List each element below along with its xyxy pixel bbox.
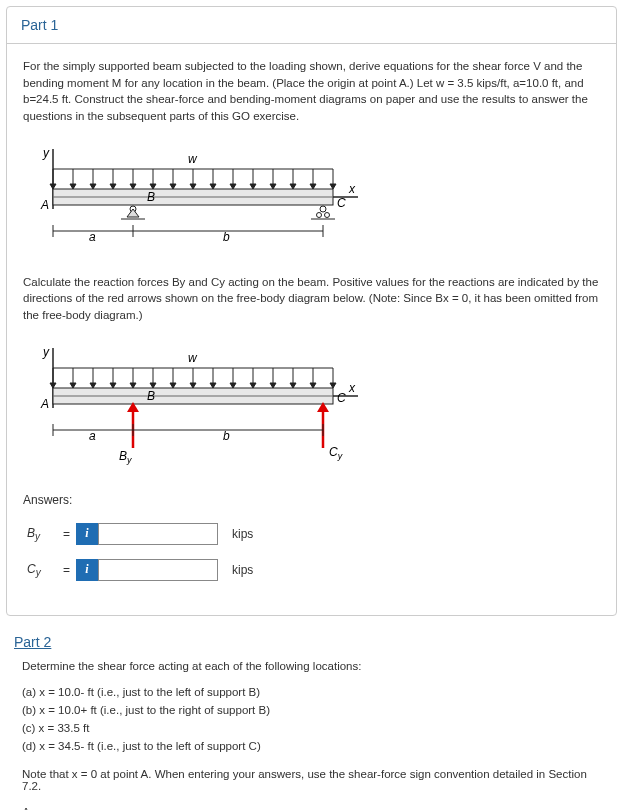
svg-marker-12 bbox=[110, 184, 116, 189]
svg-marker-20 bbox=[190, 184, 196, 189]
svg-marker-55 bbox=[50, 383, 56, 388]
svg-text:a: a bbox=[89, 429, 96, 443]
svg-text:B: B bbox=[147, 389, 155, 403]
svg-marker-67 bbox=[170, 383, 176, 388]
svg-point-40 bbox=[325, 212, 330, 217]
part1-answers-label: Answers: bbox=[23, 493, 600, 507]
svg-marker-71 bbox=[210, 383, 216, 388]
axis-y-label: y bbox=[42, 146, 50, 160]
svg-marker-30 bbox=[290, 184, 296, 189]
dim-a: a bbox=[89, 230, 96, 244]
svg-marker-73 bbox=[230, 383, 236, 388]
svg-marker-57 bbox=[70, 383, 76, 388]
svg-marker-22 bbox=[210, 184, 216, 189]
info-button[interactable]: i bbox=[76, 523, 98, 545]
location-list: (a) x = 10.0- ft (i.e., just to the left… bbox=[22, 684, 601, 755]
svg-marker-77 bbox=[270, 383, 276, 388]
answer-row-Cy: Cy = i kips bbox=[23, 559, 600, 581]
part1-container: Part 1 For the simply supported beam sub… bbox=[6, 6, 617, 616]
svg-marker-6 bbox=[50, 184, 56, 189]
part2-header-link[interactable]: Part 2 bbox=[0, 622, 623, 654]
axis-x-label: x bbox=[348, 182, 356, 196]
part2-intro: Determine the shear force acting at each… bbox=[22, 658, 601, 675]
svg-marker-65 bbox=[150, 383, 156, 388]
svg-text:w: w bbox=[188, 351, 198, 365]
input-By[interactable] bbox=[98, 523, 218, 545]
loc-b: (b) x = 10.0+ ft (i.e., just to the righ… bbox=[22, 702, 601, 720]
label-B: B bbox=[147, 190, 155, 204]
diagram-2: y x bbox=[23, 338, 600, 471]
lhs-Cy: Cy bbox=[27, 562, 61, 578]
part1-body: For the simply supported beam subjected … bbox=[7, 44, 616, 615]
lhs-By: By bbox=[27, 526, 61, 542]
svg-text:y: y bbox=[42, 345, 50, 359]
eq-sign: = bbox=[63, 527, 70, 541]
svg-marker-14 bbox=[130, 184, 136, 189]
svg-marker-81 bbox=[310, 383, 316, 388]
loc-a: (a) x = 10.0- ft (i.e., just to the left… bbox=[22, 684, 601, 702]
svg-marker-83 bbox=[330, 383, 336, 388]
svg-text:A: A bbox=[40, 397, 49, 411]
svg-marker-10 bbox=[90, 184, 96, 189]
svg-marker-34 bbox=[330, 184, 336, 189]
svg-text:x: x bbox=[348, 381, 356, 395]
part2-note: Note that x = 0 at point A. When enterin… bbox=[22, 768, 601, 792]
reaction-Cy-label: Cy bbox=[329, 445, 343, 461]
label-C: C bbox=[337, 196, 346, 210]
svg-marker-8 bbox=[70, 184, 76, 189]
part1-calc-para: Calculate the reaction forces By and Cy … bbox=[23, 274, 600, 324]
answer-row-By: By = i kips bbox=[23, 523, 600, 545]
part1-intro: For the simply supported beam subjected … bbox=[23, 58, 600, 125]
svg-marker-59 bbox=[90, 383, 96, 388]
svg-marker-16 bbox=[150, 184, 156, 189]
svg-marker-63 bbox=[130, 383, 136, 388]
load-w-label: w bbox=[188, 152, 198, 166]
label-A: A bbox=[40, 198, 49, 212]
svg-marker-18 bbox=[170, 184, 176, 189]
svg-marker-75 bbox=[250, 383, 256, 388]
svg-marker-79 bbox=[290, 383, 296, 388]
unit-kips: kips bbox=[232, 527, 253, 541]
unit-kips: kips bbox=[232, 563, 253, 577]
input-Cy[interactable] bbox=[98, 559, 218, 581]
info-button[interactable]: i bbox=[76, 559, 98, 581]
part2-answers-label: Answers: bbox=[22, 806, 601, 810]
loc-d: (d) x = 34.5- ft (i.e., just to the left… bbox=[22, 738, 601, 756]
loc-c: (c) x = 33.5 ft bbox=[22, 720, 601, 738]
svg-marker-28 bbox=[270, 184, 276, 189]
reaction-By-label: By bbox=[119, 449, 132, 465]
part2-body: Determine the shear force acting at each… bbox=[0, 654, 623, 810]
svg-point-38 bbox=[320, 206, 326, 212]
svg-text:b: b bbox=[223, 429, 230, 443]
svg-marker-36 bbox=[127, 209, 139, 217]
svg-text:C: C bbox=[337, 391, 346, 405]
eq-sign: = bbox=[63, 563, 70, 577]
svg-marker-26 bbox=[250, 184, 256, 189]
svg-marker-69 bbox=[190, 383, 196, 388]
svg-marker-32 bbox=[310, 184, 316, 189]
part1-header: Part 1 bbox=[7, 7, 616, 44]
svg-marker-61 bbox=[110, 383, 116, 388]
dim-b: b bbox=[223, 230, 230, 244]
diagram-1: y x bbox=[23, 139, 600, 252]
svg-marker-24 bbox=[230, 184, 236, 189]
svg-point-39 bbox=[317, 212, 322, 217]
